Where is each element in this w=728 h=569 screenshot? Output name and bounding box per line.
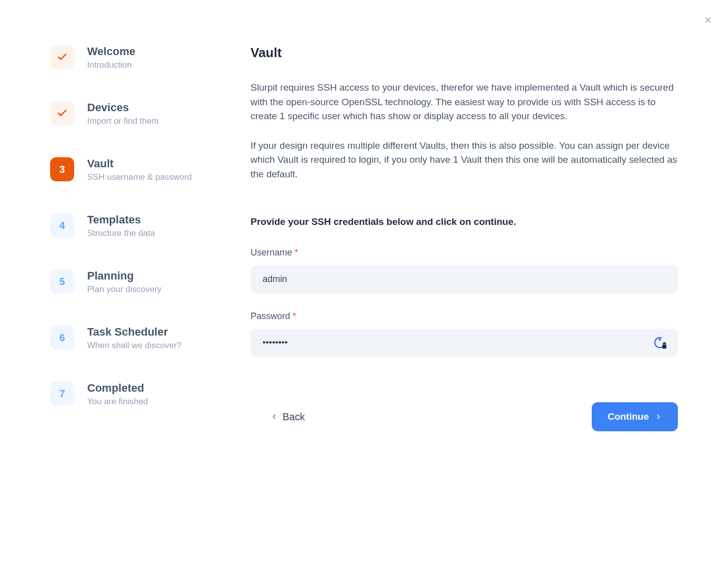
step-subtitle: Introduction bbox=[87, 60, 135, 70]
page-title: Vault bbox=[251, 45, 678, 61]
step-text: Completed You are finished bbox=[87, 382, 148, 407]
username-field-group: Username * bbox=[251, 247, 678, 294]
password-field-group: Password * bbox=[251, 311, 678, 357]
back-button[interactable]: Back bbox=[261, 404, 315, 430]
username-input[interactable] bbox=[251, 265, 678, 294]
svg-rect-4 bbox=[662, 345, 666, 349]
step-badge: 5 bbox=[50, 269, 74, 294]
password-label: Password * bbox=[251, 311, 678, 322]
step-title: Task Scheduler bbox=[87, 326, 181, 339]
chevron-left-icon bbox=[271, 413, 278, 420]
step-text: Planning Plan your discovery bbox=[87, 269, 161, 295]
password-input[interactable] bbox=[251, 329, 678, 357]
wizard-modal: Welcome Introduction Devices Import or f… bbox=[0, 0, 728, 569]
step-vault[interactable]: 3 Vault SSH username & password bbox=[50, 157, 251, 182]
step-text: Welcome Introduction bbox=[87, 45, 135, 70]
step-text: Vault SSH username & password bbox=[87, 157, 192, 182]
button-row: Back Continue bbox=[251, 402, 678, 431]
step-title: Welcome bbox=[87, 45, 135, 58]
step-badge bbox=[50, 101, 74, 125]
step-title: Devices bbox=[87, 101, 159, 114]
step-badge: 6 bbox=[50, 326, 74, 350]
content-paragraph: If your design requires multiple differe… bbox=[251, 139, 678, 182]
step-planning[interactable]: 5 Planning Plan your discovery bbox=[50, 269, 251, 295]
required-mark: * bbox=[295, 247, 298, 257]
step-badge: 4 bbox=[50, 213, 74, 237]
username-label: Username * bbox=[251, 247, 678, 258]
continue-button[interactable]: Continue bbox=[592, 402, 678, 431]
step-subtitle: Import or find them bbox=[87, 116, 159, 126]
wizard-content: Vault Slurpit requires SSH access to you… bbox=[251, 45, 678, 539]
wizard-sidebar: Welcome Introduction Devices Import or f… bbox=[50, 45, 251, 539]
step-title: Completed bbox=[87, 382, 148, 395]
content-paragraph: Slurpit requires SSH access to your devi… bbox=[251, 81, 678, 124]
required-mark: * bbox=[293, 311, 296, 321]
svg-point-3 bbox=[659, 338, 661, 340]
step-task-scheduler[interactable]: 6 Task Scheduler When shall we discover? bbox=[50, 326, 251, 351]
close-button[interactable] bbox=[703, 15, 713, 25]
step-text: Templates Structure the data bbox=[87, 213, 155, 238]
step-devices[interactable]: Devices Import or find them bbox=[50, 101, 251, 126]
lock-icon bbox=[654, 337, 667, 350]
step-subtitle: Plan your discovery bbox=[87, 284, 161, 295]
step-subtitle: Structure the data bbox=[87, 228, 155, 238]
step-title: Vault bbox=[87, 157, 192, 170]
content-instruction: Provide your SSH credentials below and c… bbox=[251, 216, 678, 227]
step-subtitle: You are finished bbox=[87, 397, 148, 407]
close-icon bbox=[703, 16, 712, 25]
step-subtitle: When shall we discover? bbox=[87, 341, 181, 351]
step-templates[interactable]: 4 Templates Structure the data bbox=[50, 213, 251, 238]
step-welcome[interactable]: Welcome Introduction bbox=[50, 45, 251, 70]
chevron-right-icon bbox=[655, 413, 662, 420]
check-icon bbox=[57, 52, 68, 63]
step-text: Task Scheduler When shall we discover? bbox=[87, 326, 181, 351]
step-title: Planning bbox=[87, 269, 161, 282]
step-completed[interactable]: 7 Completed You are finished bbox=[50, 382, 251, 407]
step-badge: 7 bbox=[50, 382, 74, 406]
step-badge bbox=[50, 45, 74, 69]
step-text: Devices Import or find them bbox=[87, 101, 159, 126]
step-title: Templates bbox=[87, 213, 155, 226]
step-badge: 3 bbox=[50, 157, 74, 181]
step-subtitle: SSH username & password bbox=[87, 172, 192, 182]
check-icon bbox=[57, 108, 68, 119]
